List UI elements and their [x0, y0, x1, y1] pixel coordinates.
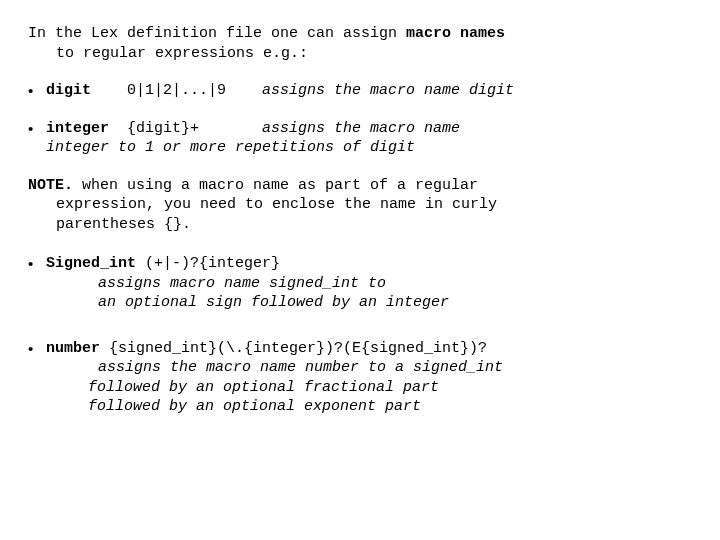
note-label: NOTE.: [28, 177, 73, 194]
integer-line2-post: to 1 or more repetitions of digit: [118, 139, 415, 156]
intro-line1: In the Lex definition file one can assig…: [28, 24, 692, 44]
note-line2: expression, you need to enclose the name…: [28, 195, 692, 215]
bullet-signed-int: • Signed_int (+|-)?{integer} assigns mac…: [28, 254, 692, 313]
macro-desc-digit: assigns the macro name digit: [262, 82, 514, 99]
bullet-dot-icon: •: [28, 254, 46, 274]
spacer: [91, 82, 127, 99]
spacer: [199, 120, 262, 137]
macro-name-signed: Signed_int: [46, 255, 136, 272]
macro-name-digit: digit: [46, 82, 91, 99]
note-text1: when using a macro name as part of a reg…: [82, 177, 478, 194]
integer-line2-pre: integer: [46, 139, 118, 156]
bullet-integer-content: integer {digit}+ assigns the macro name …: [46, 119, 692, 158]
number-desc-2: followed by an optional fractional part: [46, 378, 692, 398]
macro-name-integer: integer: [46, 120, 109, 137]
signed-line1: Signed_int (+|-)?{integer}: [46, 254, 692, 274]
bullet-number-content: number {signed_int}(\.{integer})?(E{sign…: [46, 339, 692, 417]
intro-bold: macro names: [406, 25, 505, 42]
macro-pattern-integer: {digit}+: [127, 120, 199, 137]
bullet-integer: • integer {digit}+ assigns the macro nam…: [28, 119, 692, 158]
signed-desc-2: an optional sign followed by an integer: [46, 293, 692, 313]
note-block: NOTE. when using a macro name as part of…: [28, 176, 692, 235]
spacer: [226, 82, 262, 99]
bullet-number: • number {signed_int}(\.{integer})?(E{si…: [28, 339, 692, 417]
macro-pattern-number: {signed_int}(\.{integer})?(E{signed_int}…: [109, 340, 487, 357]
intro-pre: In the Lex definition file one can assig…: [28, 25, 406, 42]
integer-line1: integer {digit}+ assigns the macro name: [46, 119, 692, 139]
bullet-signed-content: Signed_int (+|-)?{integer} assigns macro…: [46, 254, 692, 313]
macro-name-number: number: [46, 340, 100, 357]
bullet-dot-icon: •: [28, 339, 46, 359]
number-desc-3: followed by an optional exponent part: [46, 397, 692, 417]
signed-desc-1: assigns macro name signed_int to: [46, 274, 692, 294]
spacer: [109, 120, 127, 137]
number-desc-1: assigns the macro name number to a signe…: [46, 358, 692, 378]
macro-pattern-signed: (+|-)?{integer}: [145, 255, 280, 272]
note-line1: NOTE. when using a macro name as part of…: [28, 176, 692, 196]
intro-paragraph: In the Lex definition file one can assig…: [28, 24, 692, 63]
number-line1: number {signed_int}(\.{integer})?(E{sign…: [46, 339, 692, 359]
macro-pattern-digit: 0|1|2|...|9: [127, 82, 226, 99]
bullet-dot-icon: •: [28, 81, 46, 101]
note-line3: parentheses {}.: [28, 215, 692, 235]
intro-line2: to regular expressions e.g.:: [28, 44, 692, 64]
bullet-dot-icon: •: [28, 119, 46, 139]
macro-desc-integer-tail: assigns the macro name: [262, 120, 460, 137]
integer-line2: integer to 1 or more repetitions of digi…: [46, 138, 692, 158]
bullet-digit: • digit 0|1|2|...|9 assigns the macro na…: [28, 81, 692, 101]
bullet-digit-content: digit 0|1|2|...|9 assigns the macro name…: [46, 81, 692, 101]
